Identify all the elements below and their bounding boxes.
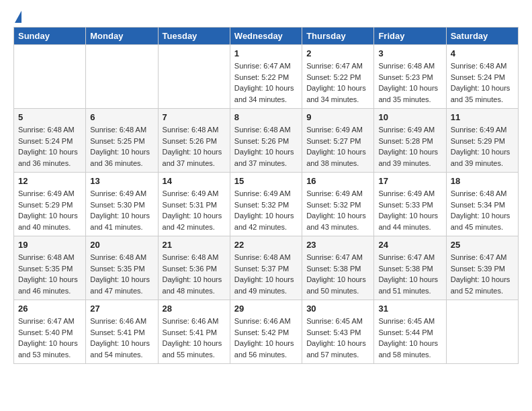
- page-header: [13, 13, 519, 20]
- calendar-cell: [14, 45, 86, 109]
- calendar-table: SundayMondayTuesdayWednesdayThursdayFrid…: [13, 27, 519, 364]
- calendar-cell: 25Sunrise: 6:47 AMSunset: 5:39 PMDayligh…: [446, 236, 518, 300]
- day-info: Sunrise: 6:48 AMSunset: 5:37 PMDaylight:…: [234, 252, 298, 296]
- calendar-cell: 20Sunrise: 6:48 AMSunset: 5:35 PMDayligh…: [86, 236, 158, 300]
- day-info: Sunrise: 6:48 AMSunset: 5:35 PMDaylight:…: [18, 252, 81, 296]
- day-info: Sunrise: 6:49 AMSunset: 5:33 PMDaylight:…: [378, 188, 441, 232]
- day-info: Sunrise: 6:48 AMSunset: 5:24 PMDaylight:…: [18, 124, 81, 169]
- calendar-cell: 14Sunrise: 6:49 AMSunset: 5:31 PMDayligh…: [158, 173, 230, 236]
- day-number: 5: [18, 112, 81, 122]
- day-info: Sunrise: 6:47 AMSunset: 5:22 PMDaylight:…: [234, 60, 298, 105]
- day-number: 21: [163, 240, 226, 250]
- calendar-cell: 11Sunrise: 6:49 AMSunset: 5:29 PMDayligh…: [446, 109, 518, 173]
- day-info: Sunrise: 6:48 AMSunset: 5:25 PMDaylight:…: [90, 124, 153, 169]
- day-number: 23: [306, 240, 369, 250]
- calendar-cell: [446, 300, 518, 364]
- calendar-cell: 7Sunrise: 6:48 AMSunset: 5:26 PMDaylight…: [158, 109, 230, 173]
- weekday-header-saturday: Saturday: [446, 28, 518, 45]
- day-info: Sunrise: 6:49 AMSunset: 5:27 PMDaylight:…: [306, 124, 369, 169]
- day-number: 25: [451, 240, 514, 250]
- calendar-cell: [158, 45, 230, 109]
- day-info: Sunrise: 6:48 AMSunset: 5:34 PMDaylight:…: [451, 188, 514, 232]
- calendar-cell: 3Sunrise: 6:48 AMSunset: 5:23 PMDaylight…: [374, 45, 446, 109]
- day-info: Sunrise: 6:48 AMSunset: 5:36 PMDaylight:…: [163, 252, 226, 296]
- day-number: 7: [163, 112, 226, 122]
- weekday-header-sunday: Sunday: [14, 28, 86, 45]
- day-number: 30: [306, 304, 369, 314]
- day-info: Sunrise: 6:48 AMSunset: 5:23 PMDaylight:…: [378, 60, 441, 105]
- calendar-cell: 16Sunrise: 6:49 AMSunset: 5:32 PMDayligh…: [302, 173, 374, 236]
- calendar-cell: 2Sunrise: 6:47 AMSunset: 5:22 PMDaylight…: [302, 45, 374, 109]
- calendar-cell: [86, 45, 158, 109]
- calendar-cell: 15Sunrise: 6:49 AMSunset: 5:32 PMDayligh…: [230, 173, 302, 236]
- logo-triangle-icon: [15, 11, 21, 23]
- weekday-header-thursday: Thursday: [302, 28, 374, 45]
- day-info: Sunrise: 6:49 AMSunset: 5:32 PMDaylight:…: [234, 188, 298, 232]
- calendar-cell: 19Sunrise: 6:48 AMSunset: 5:35 PMDayligh…: [14, 236, 86, 300]
- day-info: Sunrise: 6:45 AMSunset: 5:44 PMDaylight:…: [378, 316, 441, 360]
- calendar-cell: 17Sunrise: 6:49 AMSunset: 5:33 PMDayligh…: [374, 173, 446, 236]
- day-number: 8: [234, 112, 298, 122]
- day-number: 1: [234, 48, 298, 58]
- day-number: 3: [378, 48, 441, 58]
- day-info: Sunrise: 6:49 AMSunset: 5:28 PMDaylight:…: [378, 124, 441, 169]
- day-number: 31: [378, 304, 441, 314]
- calendar-cell: 10Sunrise: 6:49 AMSunset: 5:28 PMDayligh…: [374, 109, 446, 173]
- day-number: 4: [451, 48, 514, 58]
- calendar-cell: 9Sunrise: 6:49 AMSunset: 5:27 PMDaylight…: [302, 109, 374, 173]
- calendar-cell: 29Sunrise: 6:46 AMSunset: 5:42 PMDayligh…: [230, 300, 302, 364]
- calendar-cell: 31Sunrise: 6:45 AMSunset: 5:44 PMDayligh…: [374, 300, 446, 364]
- day-info: Sunrise: 6:45 AMSunset: 5:43 PMDaylight:…: [306, 316, 369, 360]
- calendar-cell: 6Sunrise: 6:48 AMSunset: 5:25 PMDaylight…: [86, 109, 158, 173]
- day-info: Sunrise: 6:46 AMSunset: 5:42 PMDaylight:…: [234, 316, 298, 360]
- calendar-cell: 5Sunrise: 6:48 AMSunset: 5:24 PMDaylight…: [14, 109, 86, 173]
- day-info: Sunrise: 6:47 AMSunset: 5:40 PMDaylight:…: [18, 316, 81, 360]
- day-number: 14: [163, 176, 226, 186]
- calendar-cell: 8Sunrise: 6:48 AMSunset: 5:26 PMDaylight…: [230, 109, 302, 173]
- weekday-header-wednesday: Wednesday: [230, 28, 302, 45]
- day-info: Sunrise: 6:47 AMSunset: 5:38 PMDaylight:…: [378, 252, 441, 296]
- logo: [13, 13, 21, 20]
- calendar-cell: 27Sunrise: 6:46 AMSunset: 5:41 PMDayligh…: [86, 300, 158, 364]
- day-number: 26: [18, 304, 81, 314]
- day-info: Sunrise: 6:48 AMSunset: 5:26 PMDaylight:…: [163, 124, 226, 169]
- day-number: 12: [18, 176, 81, 186]
- day-info: Sunrise: 6:46 AMSunset: 5:41 PMDaylight:…: [90, 316, 153, 360]
- calendar-cell: 22Sunrise: 6:48 AMSunset: 5:37 PMDayligh…: [230, 236, 302, 300]
- calendar-cell: 23Sunrise: 6:47 AMSunset: 5:38 PMDayligh…: [302, 236, 374, 300]
- weekday-header-monday: Monday: [86, 28, 158, 45]
- day-info: Sunrise: 6:47 AMSunset: 5:22 PMDaylight:…: [306, 60, 369, 105]
- calendar-cell: 4Sunrise: 6:48 AMSunset: 5:24 PMDaylight…: [446, 45, 518, 109]
- calendar-cell: 21Sunrise: 6:48 AMSunset: 5:36 PMDayligh…: [158, 236, 230, 300]
- day-number: 17: [378, 176, 441, 186]
- calendar-cell: 26Sunrise: 6:47 AMSunset: 5:40 PMDayligh…: [14, 300, 86, 364]
- day-info: Sunrise: 6:48 AMSunset: 5:24 PMDaylight:…: [451, 60, 514, 105]
- weekday-header-friday: Friday: [374, 28, 446, 45]
- day-info: Sunrise: 6:47 AMSunset: 5:39 PMDaylight:…: [451, 252, 514, 296]
- calendar-cell: 30Sunrise: 6:45 AMSunset: 5:43 PMDayligh…: [302, 300, 374, 364]
- day-number: 18: [451, 176, 514, 186]
- day-info: Sunrise: 6:48 AMSunset: 5:26 PMDaylight:…: [234, 124, 298, 169]
- calendar-cell: 24Sunrise: 6:47 AMSunset: 5:38 PMDayligh…: [374, 236, 446, 300]
- day-info: Sunrise: 6:49 AMSunset: 5:31 PMDaylight:…: [163, 188, 226, 232]
- day-number: 13: [90, 176, 153, 186]
- day-number: 28: [163, 304, 226, 314]
- day-info: Sunrise: 6:49 AMSunset: 5:32 PMDaylight:…: [306, 188, 369, 232]
- day-info: Sunrise: 6:49 AMSunset: 5:30 PMDaylight:…: [90, 188, 153, 232]
- day-info: Sunrise: 6:49 AMSunset: 5:29 PMDaylight:…: [451, 124, 514, 169]
- day-number: 15: [234, 176, 298, 186]
- weekday-header-tuesday: Tuesday: [158, 28, 230, 45]
- calendar-cell: 1Sunrise: 6:47 AMSunset: 5:22 PMDaylight…: [230, 45, 302, 109]
- day-number: 27: [90, 304, 153, 314]
- calendar-cell: 18Sunrise: 6:48 AMSunset: 5:34 PMDayligh…: [446, 173, 518, 236]
- day-info: Sunrise: 6:48 AMSunset: 5:35 PMDaylight:…: [90, 252, 153, 296]
- calendar-cell: 12Sunrise: 6:49 AMSunset: 5:29 PMDayligh…: [14, 173, 86, 236]
- day-info: Sunrise: 6:49 AMSunset: 5:29 PMDaylight:…: [18, 188, 81, 232]
- day-info: Sunrise: 6:46 AMSunset: 5:41 PMDaylight:…: [163, 316, 226, 360]
- day-number: 10: [378, 112, 441, 122]
- day-number: 29: [234, 304, 298, 314]
- day-number: 16: [306, 176, 369, 186]
- day-number: 22: [234, 240, 298, 250]
- day-info: Sunrise: 6:47 AMSunset: 5:38 PMDaylight:…: [306, 252, 369, 296]
- calendar-cell: 28Sunrise: 6:46 AMSunset: 5:41 PMDayligh…: [158, 300, 230, 364]
